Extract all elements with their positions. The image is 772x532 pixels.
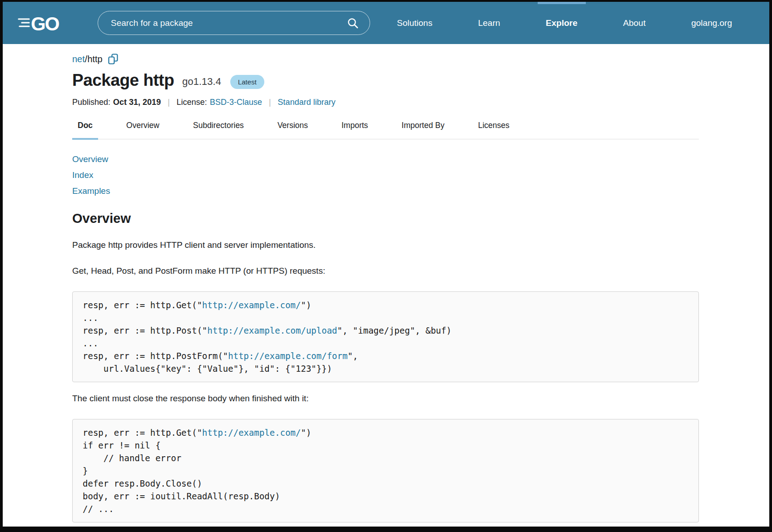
code-text: url.Values{"key": {"Value"}, "id": {"123… xyxy=(83,364,332,374)
doc-paragraph: The client must close the response body … xyxy=(72,393,699,404)
jump-link-overview[interactable]: Overview xyxy=(72,151,108,167)
code-text: ") xyxy=(301,300,311,310)
code-line: ... xyxy=(83,311,688,324)
search-input[interactable] xyxy=(98,11,344,34)
nav-item-golang-org[interactable]: golang.org xyxy=(691,2,732,44)
published-date: Oct 31, 2019 xyxy=(113,98,161,107)
latest-badge[interactable]: Latest xyxy=(230,75,264,89)
code-line: resp, err := http.Get("http://example.co… xyxy=(83,426,688,439)
code-text: resp, err := http.Get(" xyxy=(83,300,202,310)
top-navbar: GO Solutions Learn Explore About golang.… xyxy=(3,2,769,44)
code-line: defer resp.Body.Close() xyxy=(83,477,688,490)
breadcrumb-link-net[interactable]: net xyxy=(72,54,85,64)
code-text: // ... xyxy=(83,504,114,514)
code-text: ... xyxy=(83,313,98,323)
code-line: // ... xyxy=(83,502,688,515)
page: GO Solutions Learn Explore About golang.… xyxy=(3,2,769,527)
code-text: ", "image/jpeg", &buf) xyxy=(337,325,452,335)
code-text: resp, err := http.PostForm(" xyxy=(83,351,228,361)
search-box xyxy=(98,11,370,35)
search-button[interactable] xyxy=(344,17,370,29)
nav-item-learn[interactable]: Learn xyxy=(478,2,500,44)
code-text: resp, err := http.Get(" xyxy=(83,428,202,438)
main-content: net/http Package http go1.13.4 Latest Pu… xyxy=(3,54,769,522)
code-url: http://example.com/ xyxy=(202,428,301,438)
code-text: } xyxy=(83,466,88,476)
code-text: ") xyxy=(301,428,311,438)
code-text: ... xyxy=(83,338,98,348)
code-line: body, err := ioutil.ReadAll(resp.Body) xyxy=(83,490,688,502)
nav-item-about[interactable]: About xyxy=(623,2,646,44)
jump-link-index[interactable]: Index xyxy=(72,167,93,183)
tab-imports[interactable]: Imports xyxy=(336,121,373,139)
standard-library-link[interactable]: Standard library xyxy=(278,98,336,107)
primary-nav: Solutions Learn Explore About golang.org xyxy=(397,2,732,44)
doc-jump-links: Overview Index Examples xyxy=(72,151,699,199)
code-url: http://example.com/form xyxy=(228,351,347,361)
code-line: url.Values{"key": {"Value"}, "id": {"123… xyxy=(83,362,688,375)
meta-separator: | xyxy=(269,98,271,107)
license-link[interactable]: BSD-3-Clause xyxy=(210,98,262,107)
code-text: // handle error xyxy=(83,453,181,463)
meta-separator: | xyxy=(168,98,170,107)
overview-heading: Overview xyxy=(72,211,699,226)
code-line: resp, err := http.Post("http://example.c… xyxy=(83,324,688,337)
page-title: Package http xyxy=(72,71,174,90)
tab-imported-by[interactable]: Imported By xyxy=(396,121,450,139)
code-text: resp, err := http.Post(" xyxy=(83,325,208,335)
tab-bar: Doc Overview Subdirectories Versions Imp… xyxy=(72,121,699,139)
doc-paragraph: Get, Head, Post, and PostForm make HTTP … xyxy=(72,266,699,276)
license-label: License: xyxy=(177,98,207,107)
jump-link-examples[interactable]: Examples xyxy=(72,183,110,199)
package-version: go1.13.4 xyxy=(182,76,221,88)
tab-versions[interactable]: Versions xyxy=(272,121,313,139)
package-meta: Published: Oct 31, 2019 | License: BSD-3… xyxy=(72,98,699,107)
copy-icon xyxy=(108,54,119,65)
code-text: if err != nil { xyxy=(83,440,161,450)
breadcrumb-current: http xyxy=(87,54,102,64)
title-row: Package http go1.13.4 Latest xyxy=(72,71,699,90)
code-line: // handle error xyxy=(83,452,688,464)
code-text: defer resp.Body.Close() xyxy=(83,478,202,488)
breadcrumb: net/http xyxy=(72,54,699,65)
tab-doc[interactable]: Doc xyxy=(72,121,98,139)
code-line: resp, err := http.PostForm("http://examp… xyxy=(83,350,688,362)
code-line: resp, err := http.Get("http://example.co… xyxy=(83,299,688,311)
published-label: Published: xyxy=(72,98,110,107)
tab-subdirectories[interactable]: Subdirectories xyxy=(188,121,249,139)
code-line: } xyxy=(83,464,688,477)
copy-path-button[interactable] xyxy=(108,54,119,65)
tab-overview[interactable]: Overview xyxy=(121,121,165,139)
doc-paragraph: Package http provides HTTP client and se… xyxy=(72,240,699,251)
code-block-response-body: resp, err := http.Get("http://example.co… xyxy=(72,419,699,522)
code-line: if err != nil { xyxy=(83,439,688,452)
tab-licenses[interactable]: Licenses xyxy=(473,121,515,139)
code-block-requests: resp, err := http.Get("http://example.co… xyxy=(72,291,699,382)
go-logo[interactable]: GO xyxy=(17,13,72,33)
code-line: ... xyxy=(83,337,688,350)
code-url: http://example.com/ xyxy=(202,300,301,310)
search-icon xyxy=(347,17,359,29)
code-text: body, err := ioutil.ReadAll(resp.Body) xyxy=(83,491,280,501)
code-text: ", xyxy=(347,351,358,361)
go-logo-text: GO xyxy=(31,13,59,33)
code-url: http://example.com/upload xyxy=(208,325,337,335)
nav-item-solutions[interactable]: Solutions xyxy=(397,2,432,44)
nav-item-explore[interactable]: Explore xyxy=(546,2,578,44)
